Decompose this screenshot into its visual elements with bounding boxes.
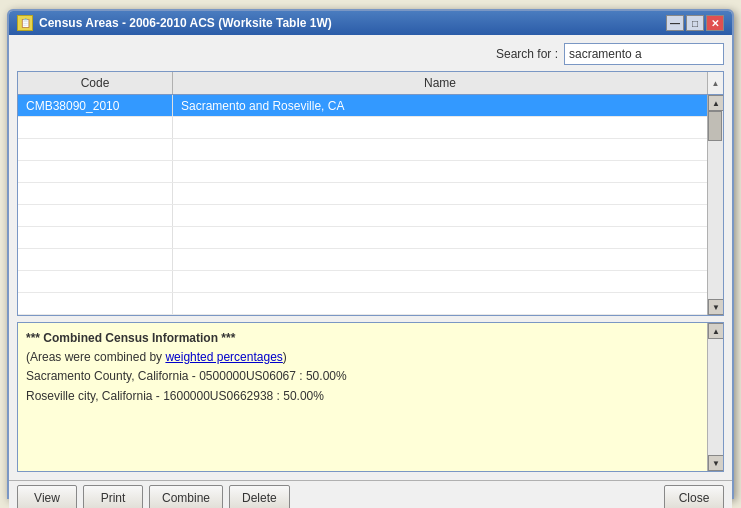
row-code [18,183,173,204]
search-input[interactable] [564,43,724,65]
info-line-3: Sacramento County, California - 0500000U… [26,367,703,386]
content-area: Search for : Code Name ▲ CMB38090_2010 S… [9,35,732,480]
button-bar: View Print Combine Delete Close [9,480,732,508]
row-code [18,249,173,270]
info-line-1: *** Combined Census Information *** [26,329,703,348]
table-container: Code Name ▲ CMB38090_2010 Sacramento and… [17,71,724,316]
minimize-button[interactable]: — [666,15,684,31]
row-code [18,293,173,314]
main-window: 📋 Census Areas - 2006-2010 ACS (Worksite… [7,9,734,499]
table-row[interactable] [18,139,707,161]
row-name [173,139,707,160]
title-bar-left: 📋 Census Areas - 2006-2010 ACS (Worksite… [17,15,332,31]
info-content: *** Combined Census Information *** (Are… [26,329,703,465]
row-name [173,183,707,204]
search-label: Search for : [496,47,558,61]
maximize-button[interactable]: □ [686,15,704,31]
row-name [173,293,707,314]
window-close-button[interactable]: ✕ [706,15,724,31]
window-icon: 📋 [17,15,33,31]
row-name [173,205,707,226]
info-line-4: Roseville city, California - 1600000US06… [26,387,703,406]
info-line-2: (Areas were combined by weighted percent… [26,348,703,367]
header-scroll-up[interactable]: ▲ [707,72,723,94]
search-bar: Search for : [17,43,724,65]
col-header-name: Name [173,72,707,94]
table-header: Code Name ▲ [18,72,723,95]
info-scroll-up-button[interactable]: ▲ [708,323,724,339]
info-panel: *** Combined Census Information *** (Are… [17,322,724,472]
table-rows: CMB38090_2010 Sacramento and Roseville, … [18,95,707,315]
row-name [173,271,707,292]
table-row[interactable] [18,227,707,249]
info-scroll-track[interactable] [708,339,723,455]
row-code [18,271,173,292]
scroll-up-button[interactable]: ▲ [708,95,723,111]
row-name [173,249,707,270]
table-row[interactable] [18,205,707,227]
print-button[interactable]: Print [83,485,143,508]
combine-button[interactable]: Combine [149,485,223,508]
table-row[interactable] [18,271,707,293]
row-name: Sacramento and Roseville, CA [173,95,707,116]
row-code [18,161,173,182]
table-row[interactable] [18,249,707,271]
table-row[interactable]: CMB38090_2010 Sacramento and Roseville, … [18,95,707,117]
table-scrollbar[interactable]: ▲ ▼ [707,95,723,315]
close-button[interactable]: Close [664,485,724,508]
scroll-thumb[interactable] [708,111,722,141]
table-row[interactable] [18,161,707,183]
delete-button[interactable]: Delete [229,485,290,508]
col-header-code: Code [18,72,173,94]
info-scrollbar[interactable]: ▲ ▼ [707,323,723,471]
table-row[interactable] [18,183,707,205]
row-code [18,139,173,160]
table-row[interactable] [18,117,707,139]
title-bar: 📋 Census Areas - 2006-2010 ACS (Worksite… [9,11,732,35]
row-code [18,117,173,138]
table-body: CMB38090_2010 Sacramento and Roseville, … [18,95,723,315]
scroll-down-button[interactable]: ▼ [708,299,723,315]
table-row[interactable] [18,293,707,315]
row-name [173,161,707,182]
title-controls: — □ ✕ [666,15,724,31]
row-code: CMB38090_2010 [18,95,173,116]
view-button[interactable]: View [17,485,77,508]
info-scroll-down-button[interactable]: ▼ [708,455,724,471]
up-arrow-icon: ▲ [712,79,720,88]
row-name [173,117,707,138]
row-code [18,205,173,226]
scroll-track[interactable] [708,111,723,299]
row-code [18,227,173,248]
weighted-percentages-link[interactable]: weighted percentages [165,350,282,364]
row-name [173,227,707,248]
window-title: Census Areas - 2006-2010 ACS (Worksite T… [39,16,332,30]
